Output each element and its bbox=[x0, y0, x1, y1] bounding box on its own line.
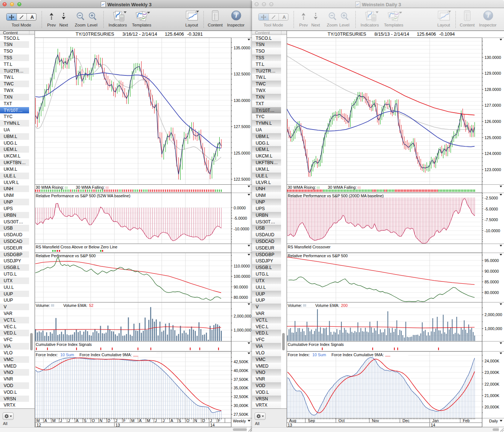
svg-text:90.0000: 90.0000 bbox=[485, 269, 499, 273]
svg-text:Relative Performance vs S&P 50: Relative Performance vs S&P 500 (200D MA… bbox=[288, 194, 384, 198]
svg-text:TY/10TRESURIES: TY/10TRESURIES bbox=[76, 32, 114, 37]
svg-text:35,000K: 35,000K bbox=[234, 386, 249, 390]
svg-text:85.0000: 85.0000 bbox=[485, 280, 499, 284]
svg-text:Volume:: Volume: bbox=[36, 303, 50, 308]
svg-text:Cumulative Force Index Signals: Cumulative Force Index Signals bbox=[36, 342, 92, 347]
svg-text:N: N bbox=[194, 418, 197, 423]
svg-text:1,000,000: 1,000,000 bbox=[234, 328, 251, 332]
svg-text:Relative Performance vs S&P 50: Relative Performance vs S&P 500 (52W MA … bbox=[36, 194, 130, 198]
svg-text:14: 14 bbox=[431, 423, 435, 427]
svg-text:-5.0000: -5.0000 bbox=[485, 207, 498, 211]
svg-text:132.5000: 132.5000 bbox=[234, 72, 250, 76]
svg-text:2,000,000: 2,000,000 bbox=[485, 312, 502, 317]
svg-text:M: M bbox=[147, 418, 150, 423]
svg-text:-5.0000: -5.0000 bbox=[234, 216, 247, 220]
svg-text:10 Sum: 10 Sum bbox=[60, 353, 74, 357]
svg-text:30 WMA Falling:: 30 WMA Falling: bbox=[76, 185, 105, 190]
svg-text:24,000K: 24,000K bbox=[485, 359, 500, 363]
svg-text:Force Index Cumulative 9MA:: Force Index Cumulative 9MA: bbox=[331, 353, 384, 357]
svg-text:80.0000: 80.0000 bbox=[485, 290, 499, 295]
svg-text:RS Mansfield Crossover: RS Mansfield Crossover bbox=[288, 245, 331, 249]
svg-text:Force Index Cumulative 9MA:: Force Index Cumulative 9MA: bbox=[79, 353, 132, 357]
svg-text:J: J bbox=[210, 418, 212, 423]
svg-text:J: J bbox=[116, 418, 117, 423]
svg-text:122.5000: 122.5000 bbox=[234, 177, 250, 181]
svg-text:Force Index:: Force Index: bbox=[36, 353, 58, 357]
svg-text:20,000K: 20,000K bbox=[485, 405, 500, 409]
svg-text:1,000,000: 1,000,000 bbox=[485, 326, 502, 331]
svg-text:30 WMA Falling:: 30 WMA Falling: bbox=[328, 185, 357, 190]
svg-text:J: J bbox=[155, 418, 157, 423]
svg-text:RS Mansfield Cross Above or Be: RS Mansfield Cross Above or Below Zero L… bbox=[36, 245, 117, 249]
svg-text:135.0000: 135.0000 bbox=[234, 46, 250, 50]
svg-text:21,000K: 21,000K bbox=[485, 393, 500, 398]
svg-text:30 WMA Rising:: 30 WMA Rising: bbox=[288, 185, 316, 190]
svg-text:TY/10TRESURIES: TY/10TRESURIES bbox=[328, 32, 366, 37]
svg-text:22,000K: 22,000K bbox=[485, 382, 500, 386]
svg-text:Daily: Daily bbox=[489, 419, 498, 423]
svg-text:128.0000: 128.0000 bbox=[485, 87, 501, 92]
svg-text:S: S bbox=[84, 418, 86, 423]
svg-text:2,000,000: 2,000,000 bbox=[234, 314, 251, 318]
svg-text:90.0000: 90.0000 bbox=[234, 285, 248, 289]
svg-text:30 WMA Rising:: 30 WMA Rising: bbox=[36, 185, 64, 190]
svg-text:Volume EMA:: Volume EMA: bbox=[315, 303, 339, 308]
svg-text:F: F bbox=[218, 418, 220, 423]
svg-text:10 Sum: 10 Sum bbox=[312, 353, 326, 357]
svg-text:J: J bbox=[60, 418, 62, 423]
svg-text:-7.5000: -7.5000 bbox=[485, 217, 498, 222]
svg-text:123.0000: 123.0000 bbox=[485, 167, 501, 172]
svg-text:52: 52 bbox=[89, 303, 93, 308]
svg-text:13: 13 bbox=[116, 423, 120, 427]
svg-text:12: 12 bbox=[37, 423, 41, 427]
svg-text:95.0000: 95.0000 bbox=[485, 258, 499, 263]
svg-text:125.6406: 125.6406 bbox=[165, 32, 184, 37]
svg-text:126.0000: 126.0000 bbox=[485, 119, 501, 124]
svg-text:127.0000: 127.0000 bbox=[485, 103, 501, 107]
svg-text:Force Index:: Force Index: bbox=[288, 353, 310, 357]
svg-text:Volume EMA:: Volume EMA: bbox=[63, 303, 87, 308]
svg-text:125.0000: 125.0000 bbox=[234, 151, 250, 155]
svg-text:Weekly: Weekly bbox=[233, 419, 246, 423]
svg-text:S: S bbox=[178, 418, 181, 423]
svg-text:3/16/12 - 2/14/14: 3/16/12 - 2/14/14 bbox=[123, 32, 157, 37]
svg-text:110.0000: 110.0000 bbox=[234, 264, 250, 268]
svg-text:30,000K: 30,000K bbox=[234, 403, 249, 408]
svg-text:42,500K: 42,500K bbox=[234, 360, 249, 364]
svg-text:Cumulative Force Index Signals: Cumulative Force Index Signals bbox=[288, 342, 344, 347]
svg-text:0.0000: 0.0000 bbox=[234, 206, 246, 210]
svg-text:8/15/13 - 2/14/14: 8/15/13 - 2/14/14 bbox=[375, 32, 409, 37]
svg-text:125.0000: 125.0000 bbox=[485, 135, 501, 140]
svg-text:13: 13 bbox=[288, 423, 292, 427]
svg-text:Volume:: Volume: bbox=[288, 303, 302, 308]
svg-text:14: 14 bbox=[210, 423, 214, 427]
svg-text:200: 200 bbox=[341, 303, 348, 308]
svg-text:Relative Performance vs S&P 50: Relative Performance vs S&P 500 bbox=[288, 254, 348, 258]
svg-text:124.0000: 124.0000 bbox=[485, 151, 501, 156]
svg-text:129.0000: 129.0000 bbox=[485, 71, 501, 75]
svg-text:23,000K: 23,000K bbox=[485, 370, 500, 375]
svg-text:27,500K: 27,500K bbox=[234, 412, 249, 417]
svg-text:130.0000: 130.0000 bbox=[234, 98, 250, 103]
svg-text:32,500K: 32,500K bbox=[234, 394, 249, 399]
svg-text:-10.0000: -10.0000 bbox=[234, 227, 249, 231]
svg-text:127.5000: 127.5000 bbox=[234, 124, 250, 129]
svg-text:-0.3281: -0.3281 bbox=[187, 32, 203, 37]
svg-text:40,000K: 40,000K bbox=[234, 368, 249, 373]
svg-text:80.0000: 80.0000 bbox=[234, 295, 248, 300]
svg-text:100.0000: 100.0000 bbox=[234, 274, 250, 279]
svg-text:130.0000: 130.0000 bbox=[485, 55, 501, 60]
svg-text:M: M bbox=[52, 418, 56, 423]
svg-text:Relative Performance vs S&P 50: Relative Performance vs S&P 500 bbox=[36, 254, 96, 258]
svg-text:-2.5000: -2.5000 bbox=[485, 196, 498, 200]
svg-text:-0.1094: -0.1094 bbox=[439, 32, 455, 37]
svg-text:-10.0000: -10.0000 bbox=[485, 229, 500, 233]
svg-text:Jan: Jan bbox=[432, 418, 439, 423]
svg-text:37,500K: 37,500K bbox=[234, 377, 249, 382]
svg-text:N: N bbox=[100, 418, 103, 423]
svg-text:125.6406: 125.6406 bbox=[417, 32, 436, 37]
